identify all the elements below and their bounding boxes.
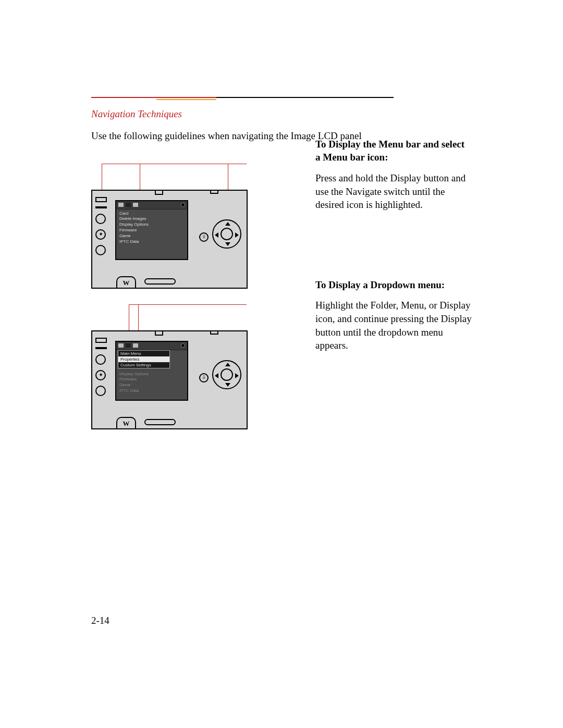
lcd-menu-list: Display Options Firmware Game IPTC Data — [116, 370, 187, 396]
lcd-menu-item: Game — [119, 233, 184, 239]
instruction-block-1: ✦ Card Delete Images Display Options F — [91, 164, 477, 289]
circle-button-icon — [95, 354, 106, 365]
circle-button-icon — [95, 386, 106, 396]
menubar-chip-icon — [118, 343, 124, 348]
lcd-menu-list: Card Delete Images Display Options Firmw… — [116, 209, 187, 246]
lcd-menu-item: Firmware — [119, 228, 184, 233]
menubar-dot-icon — [181, 203, 185, 207]
figure-1-wrapper: ✦ Card Delete Images Display Options F — [91, 164, 253, 289]
slot-icon — [95, 347, 107, 349]
lcd-menu-item: IPTC Data — [119, 239, 184, 245]
instruction-heading: To Display the Menu bar and select a Men… — [315, 138, 472, 164]
section-title: Navigation Techniques — [91, 108, 477, 120]
nav-up-icon — [225, 363, 230, 366]
instruction-block-2: ✦ Main Menu Properties Custom Settings — [91, 304, 477, 429]
button-column: ✦ — [95, 197, 110, 261]
lcd-menu-item: Card — [119, 211, 184, 217]
lcd-dropdown: Main Menu Properties Custom Settings — [118, 350, 170, 368]
menubar-dot-icon — [181, 343, 185, 348]
diamond-button-icon: ✦ — [95, 229, 106, 240]
nav-left-icon — [215, 373, 218, 378]
lcd-menu-item: Game — [119, 382, 184, 388]
lcd-menu-item: Firmware — [119, 377, 184, 382]
camera-illustration: ✦ Card Delete Images Display Options F — [91, 190, 248, 289]
diamond-button-icon: ✦ — [95, 370, 106, 380]
bottom-bump-icon: W — [116, 417, 136, 429]
button-column: ✦ — [95, 338, 110, 401]
dots-button-icon: ⠿ — [199, 373, 209, 382]
instruction-text-1: To Display the Menu bar and select a Men… — [315, 138, 472, 212]
dots-button-icon: ⠿ — [199, 232, 209, 242]
bottom-slot-icon — [144, 278, 176, 285]
navigate-switch-icon — [212, 219, 241, 249]
lcd-screen: Main Menu Properties Custom Settings Dis… — [115, 341, 188, 401]
page-content: Navigation Techniques Use the following … — [91, 97, 477, 429]
instruction-heading: To Display a Dropdown menu: — [315, 278, 472, 292]
instruction-body: Press and hold the Display button and us… — [315, 171, 472, 212]
camera-notch-icon — [155, 190, 163, 195]
callout-line — [102, 164, 247, 164]
camera-notch-icon — [210, 190, 218, 194]
lcd-menu-item: IPTC Data — [119, 388, 184, 394]
menubar-chip-icon — [126, 343, 131, 348]
camera-notch-icon — [210, 330, 218, 335]
menubar-chip-icon — [133, 203, 138, 207]
nav-down-icon — [225, 383, 230, 387]
rect-button-icon — [95, 338, 107, 343]
dropdown-item-highlighted: Properties — [118, 356, 169, 362]
instruction-text-2: To Display a Dropdown menu: Highlight th… — [315, 278, 472, 352]
lcd-screen: Card Delete Images Display Options Firmw… — [115, 200, 188, 260]
nav-right-icon — [235, 373, 239, 378]
bottom-slot-icon — [144, 419, 176, 425]
circle-button-icon — [95, 214, 106, 224]
lcd-menu-item: Display Options — [119, 372, 184, 377]
menubar-chip-icon — [126, 203, 131, 207]
camera-illustration: ✦ Main Menu Properties Custom Settings — [91, 330, 248, 429]
nav-down-icon — [225, 242, 230, 246]
circle-button-icon — [95, 245, 106, 255]
lcd-menu-item: Display Options — [119, 222, 184, 228]
nav-left-icon — [215, 232, 218, 238]
lcd-menu-bar — [116, 201, 187, 209]
menubar-chip-icon — [118, 203, 124, 207]
bottom-bump-icon: W — [116, 276, 136, 289]
menubar-chip-icon — [133, 343, 138, 348]
slot-icon — [95, 206, 107, 208]
camera-notch-icon — [155, 330, 163, 336]
nav-up-icon — [225, 222, 230, 226]
dropdown-item: Custom Settings — [118, 362, 169, 368]
page-number: 2-14 — [91, 615, 109, 626]
callout-line — [129, 304, 247, 305]
dropdown-item: Main Menu — [118, 351, 169, 356]
figure-2-wrapper: ✦ Main Menu Properties Custom Settings — [91, 304, 253, 429]
instruction-body: Highlight the Folder, Menu, or Display i… — [315, 299, 472, 352]
rect-button-icon — [95, 197, 107, 202]
navigate-switch-icon — [212, 360, 241, 389]
nav-right-icon — [235, 232, 239, 238]
lcd-menu-bar — [116, 342, 187, 350]
lcd-menu-item: Delete Images — [119, 216, 184, 222]
